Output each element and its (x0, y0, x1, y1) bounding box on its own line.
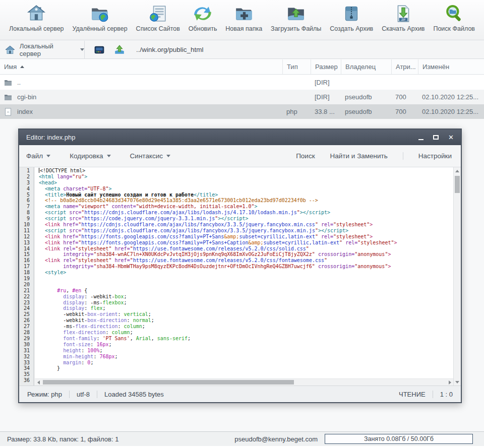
horizontal-scrollbar[interactable] (35, 378, 453, 386)
disk-quota-indicator: Занято 0.08Гб / 50.00Гб (325, 434, 473, 444)
action-Настройки[interactable]: Настройки (403, 152, 452, 160)
menu-Кодировка[interactable]: Кодировка (70, 152, 110, 160)
action-Найти и Заменить[interactable]: Найти и Заменить (330, 152, 388, 160)
table-row[interactable]: cgi-bin [DIR] pseudofb 700 02.10.2020 12… (0, 90, 484, 104)
editor-titlebar[interactable]: Editor: index.php ✕ (19, 130, 461, 145)
chevron-down-icon (166, 155, 170, 157)
action-Поиск[interactable]: Поиск (296, 152, 315, 160)
file-modified: 02.10.2020 12:25... (418, 93, 484, 101)
search-files-icon (445, 4, 464, 23)
file-name-cell: .. (0, 79, 282, 87)
file-code-icon: ‹› (4, 108, 12, 116)
table-row[interactable]: .. [DIR] (0, 75, 484, 90)
maximize-button[interactable] (433, 135, 439, 140)
folder-icon (4, 93, 12, 101)
scroll-left-arrow[interactable] (35, 379, 42, 386)
path-bar: Локальный сервер ../wink.org/public_html (0, 41, 484, 59)
account-name: pseudofb@kenny.beget.com (234, 435, 318, 443)
toolbar-button[interactable]: Поиск Файлов (431, 4, 477, 33)
current-path[interactable]: ../wink.org/public_html (136, 46, 204, 53)
code-lines[interactable]: <!DOCTYPE html><html lang="ru"><head> <m… (35, 167, 453, 386)
vertical-scrollbar[interactable] (453, 167, 461, 386)
toolbar-button[interactable]: Удалённый сервер (70, 4, 129, 33)
file-table-header: Имя Тип Размер Владелец Атри... Изменён (0, 59, 484, 75)
file-owner: pseudofb (341, 108, 391, 115)
column-header-attrs[interactable]: Атри... (391, 59, 418, 74)
toolbar-button[interactable]: Создать Архив (328, 4, 375, 33)
toolbar-button[interactable]: ZIP Скачать Архив (380, 4, 427, 33)
toolbar-button-label: Новая папка (225, 25, 262, 32)
go-up-button[interactable] (114, 44, 125, 55)
sort-asc-icon (20, 66, 24, 68)
disk-drive-button[interactable] (94, 44, 105, 55)
server-select-dropdown[interactable]: Локальный сервер (0, 41, 85, 58)
new-folder-icon (234, 4, 254, 23)
editor-title: Editor: index.php (26, 134, 76, 141)
horizontal-scroll-thumb[interactable] (43, 380, 294, 385)
window-buttons: ✕ (418, 134, 454, 141)
chevron-down-icon (46, 155, 50, 157)
chevron-down-icon (107, 155, 111, 157)
column-header-type[interactable]: Тип (282, 59, 311, 74)
local-server-icon (27, 4, 46, 23)
file-manager-app: { "toolbar": { "items": [ { "label": "Ло… (0, 0, 484, 448)
scroll-up-arrow[interactable] (454, 167, 461, 174)
download-archive-icon: ZIP (394, 4, 413, 23)
editor-actions: ПоискНайти и ЗаменитьНастройки (281, 152, 452, 160)
main-toolbar: Локальный сервер Удалённый сервер Список… (0, 0, 484, 40)
toolbar-button[interactable]: Новая папка (223, 4, 264, 33)
file-name: index (17, 108, 33, 115)
vertical-scroll-thumb[interactable] (455, 176, 460, 193)
menu-Синтаксис[interactable]: Синтаксис (130, 152, 170, 160)
file-modified: 02.10.2020 12:25... (418, 108, 484, 115)
editor-menus: Файл Кодировка Синтаксис (26, 152, 170, 160)
file-name-cell: cgi-bin (0, 93, 282, 101)
editor-statusbar: Режим: phputf-8Loaded 34585 bytes ЧТЕНИЕ… (19, 386, 461, 402)
toolbar-button-label: Список Сайтов (136, 25, 180, 32)
scroll-right-arrow[interactable] (446, 379, 453, 386)
toolbar-button[interactable]: Локальный сервер (7, 4, 66, 33)
toolbar-button-label: Поиск Файлов (433, 25, 475, 32)
svg-text:ZIP: ZIP (401, 18, 406, 21)
scroll-down-arrow[interactable] (454, 378, 461, 386)
editor-window: Editor: index.php ✕ Файл Кодировка Синта… (18, 129, 462, 403)
table-row[interactable]: ‹› index php 33.8 ... pseudofb 700 02.10… (0, 104, 484, 119)
file-list: .. [DIR] cgi-bin [DIR] pseudofb 700 02.1… (0, 75, 484, 119)
toolbar-button[interactable]: Обновить (187, 4, 219, 33)
file-name: cgi-bin (17, 93, 36, 101)
column-header-owner[interactable]: Владелец (341, 59, 391, 74)
folder-icon (4, 79, 12, 87)
editor-status-right: ЧТЕНИЕ1 : 0 (399, 391, 453, 398)
create-archive-icon (342, 4, 361, 23)
file-name-cell: ‹› index (0, 108, 282, 116)
toolbar-button-label: Удалённый сервер (72, 25, 127, 32)
toolbar-button[interactable]: Загрузить Файлы (269, 4, 323, 33)
file-size: [DIR] (311, 79, 341, 86)
column-header-size[interactable]: Размер (311, 59, 341, 74)
file-name: .. (17, 79, 21, 86)
bottom-strip (0, 446, 484, 448)
column-header-name[interactable]: Имя (0, 59, 282, 74)
statusbar-right: pseudofb@kenny.beget.com Занято 0.08Гб /… (234, 434, 473, 444)
file-attrs: 700 (391, 108, 418, 115)
toolbar-button-label: Обновить (189, 25, 217, 32)
column-header-modified[interactable]: Изменён (418, 59, 484, 74)
toolbar-button-label: Загрузить Файлы (271, 25, 321, 32)
toolbar-button[interactable]: Список Сайтов (134, 4, 182, 33)
svg-text:‹›: ‹› (7, 110, 10, 113)
file-type: php (282, 108, 311, 115)
chevron-down-icon (80, 48, 84, 51)
site-list-icon (148, 4, 167, 23)
selection-summary: Размер: 33.8 Kb, папок: 1, файлов: 1 (7, 435, 118, 443)
close-button[interactable]: ✕ (448, 134, 454, 141)
editor-menubar: Файл Кодировка Синтаксис ПоискНайти и За… (19, 145, 461, 167)
app-statusbar: Размер: 33.8 Kb, папок: 1, файлов: 1 pse… (0, 431, 484, 446)
menu-Файл[interactable]: Файл (26, 152, 50, 160)
text-cursor (39, 168, 39, 173)
remote-server-icon (90, 4, 109, 23)
minimize-button[interactable] (418, 139, 424, 140)
toolbar-button-label: Скачать Архив (382, 25, 425, 32)
code-area: 1234567891011121314151617181920212223242… (19, 167, 461, 386)
house-icon (5, 45, 15, 55)
file-size: 33.8 ... (311, 108, 341, 115)
